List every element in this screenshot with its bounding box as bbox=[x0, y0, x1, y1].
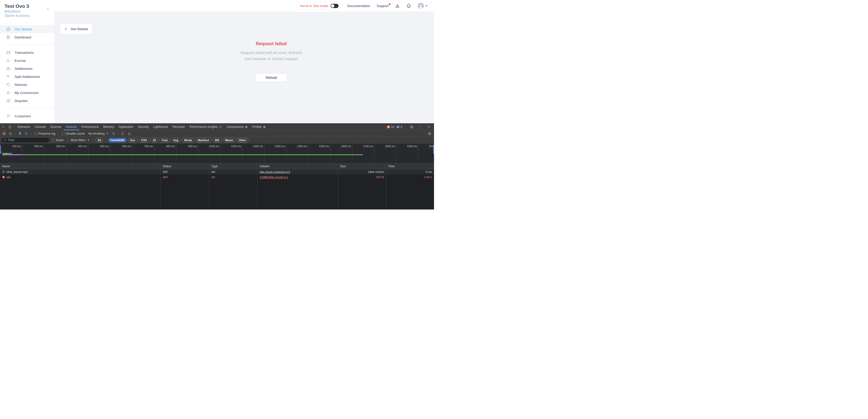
request-initiator-cell[interactable]: 2.fd8b184e.chunk.js:1 bbox=[257, 174, 338, 180]
tab-label: Elements bbox=[18, 125, 30, 129]
tab-sources[interactable]: Sources bbox=[48, 124, 64, 130]
request-name-cell[interactable]: qtb bbox=[0, 174, 160, 180]
documentation-link[interactable]: Documentation bbox=[347, 4, 370, 8]
back-button[interactable]: Get Started bbox=[60, 24, 92, 34]
account-switcher[interactable]: Test Ovo 3 MX230211 Starter business bbox=[0, 0, 54, 18]
search-icon[interactable] bbox=[23, 131, 29, 137]
more-filters-dropdown[interactable]: More filters bbox=[71, 139, 89, 142]
timeline-tick-label: 700 ms bbox=[135, 145, 153, 148]
tab-label: Components bbox=[226, 125, 244, 129]
invert-checkbox[interactable]: Invert bbox=[52, 139, 64, 142]
sidebar-item-settlements[interactable]: Settlements bbox=[0, 65, 54, 72]
more-options-icon[interactable] bbox=[417, 124, 424, 130]
column-header-type[interactable]: Type bbox=[209, 163, 257, 169]
preserve-log-checkbox[interactable]: Preserve log bbox=[34, 132, 55, 136]
overview-left-handle[interactable] bbox=[0, 145, 1, 154]
filter-icon[interactable] bbox=[17, 131, 23, 137]
request-name-cell[interactable]: chat_sound.mp3 bbox=[0, 169, 160, 174]
network-conditions-icon[interactable] bbox=[110, 131, 116, 137]
clear-network-log-icon[interactable] bbox=[7, 131, 13, 137]
filter-pill-font[interactable]: Font bbox=[159, 138, 170, 143]
filter-pill-fetch-xhr[interactable]: Fetch/XHR bbox=[108, 138, 127, 143]
request-size-cell[interactable]: (disk cache) bbox=[338, 169, 386, 174]
overview-right-handle[interactable] bbox=[433, 145, 434, 154]
device-toolbar-icon[interactable] bbox=[6, 124, 13, 130]
sidebar-item-customers[interactable]: Customers bbox=[0, 112, 54, 120]
network-settings-gear-icon[interactable] bbox=[427, 131, 433, 137]
table-row[interactable]: chat_sound.mp3200xhrtwk-chunk-common.js:… bbox=[0, 169, 434, 174]
disable-cache-checkbox[interactable]: Disable cache bbox=[62, 132, 85, 136]
sidebar-item-my-commission[interactable]: My Commission bbox=[0, 89, 54, 97]
filter-pill-js[interactable]: JS bbox=[150, 138, 158, 143]
waterfall-bar bbox=[2, 154, 4, 155]
inspect-element-icon[interactable] bbox=[0, 124, 6, 130]
column-header-size[interactable]: Size bbox=[338, 163, 386, 169]
request-time-cell[interactable]: 6 ms bbox=[386, 169, 434, 174]
close-devtools-icon[interactable] bbox=[426, 124, 432, 130]
sidebar-item-dashboard[interactable]: Dashboard bbox=[0, 33, 54, 41]
tab-performance-insights[interactable]: Performance insights bbox=[187, 124, 224, 130]
throttling-dropdown[interactable]: No throttling bbox=[88, 132, 108, 136]
request-size-cell[interactable]: 937 B bbox=[338, 174, 386, 180]
network-toolbar: Preserve log Disable cache No throttling bbox=[0, 130, 434, 137]
sidebar-item-transactions[interactable]: Transactions bbox=[0, 49, 54, 57]
filter-pill-wasm[interactable]: Wasm bbox=[223, 138, 235, 143]
console-issues-badge[interactable]: 2 bbox=[396, 125, 402, 129]
import-har-icon[interactable] bbox=[120, 131, 126, 137]
sidebar-item-get-started[interactable]: Get Started bbox=[0, 25, 54, 33]
tab-profiler[interactable]: Profiler bbox=[250, 124, 268, 130]
request-time-cell[interactable]: 1.63 s bbox=[386, 174, 434, 180]
filter-input[interactable] bbox=[8, 139, 46, 142]
tab-label: Performance insights bbox=[189, 125, 218, 129]
sidebar-item-disputes[interactable]: Disputes bbox=[0, 97, 54, 105]
tab-memory[interactable]: Memory bbox=[101, 124, 116, 130]
request-status-cell[interactable]: 404 bbox=[160, 174, 209, 180]
notifications-bell-icon[interactable] bbox=[406, 3, 411, 8]
column-header-name[interactable]: Name bbox=[0, 163, 160, 169]
table-row[interactable]: qtb404xhr2.fd8b184e.chunk.js:1937 B1.63 … bbox=[0, 174, 434, 180]
tab-performance[interactable]: Performance bbox=[79, 124, 101, 130]
chevron-down-icon[interactable] bbox=[46, 7, 50, 12]
filter-pill-manifest[interactable]: Manifest bbox=[196, 138, 212, 143]
request-status-cell[interactable]: 200 bbox=[160, 169, 209, 174]
tab-elements[interactable]: Elements bbox=[15, 124, 32, 130]
request-type-cell[interactable]: xhr bbox=[209, 174, 257, 180]
tab-recorder[interactable]: Recorder bbox=[170, 124, 187, 130]
filter-pill-media[interactable]: Media bbox=[182, 138, 194, 143]
column-header-initiator[interactable]: Initiator bbox=[257, 163, 338, 169]
filter-pill-ws[interactable]: WS bbox=[213, 138, 221, 143]
column-header-time[interactable]: Time bbox=[386, 163, 434, 169]
merchant-id[interactable]: MX230211 bbox=[4, 9, 50, 13]
console-errors-badge[interactable]: ✕ 12 bbox=[387, 125, 394, 129]
sidebar-item-refunds[interactable]: Refunds bbox=[0, 81, 54, 89]
filter-pill-all[interactable]: All bbox=[95, 138, 103, 143]
filter-pill-img[interactable]: Img bbox=[171, 138, 181, 143]
tab-console[interactable]: Console bbox=[32, 124, 48, 130]
initiator-link[interactable]: 2.fd8b184e.chunk.js:1 bbox=[260, 176, 288, 179]
devtools-settings-gear-icon[interactable] bbox=[408, 124, 415, 130]
column-header-status[interactable]: Status bbox=[160, 163, 209, 169]
request-initiator-cell[interactable]: twk-chunk-common.js:2 bbox=[257, 169, 338, 174]
network-overview-timeline[interactable]: 100 ms200 ms300 ms400 ms500 ms600 ms700 … bbox=[0, 144, 434, 163]
tab-application[interactable]: Application bbox=[116, 124, 135, 130]
record-network-log-icon[interactable] bbox=[1, 131, 7, 137]
reload-button[interactable]: Reload bbox=[255, 73, 287, 82]
account-menu[interactable] bbox=[418, 3, 428, 9]
tab-network[interactable]: Network bbox=[64, 124, 79, 130]
initiator-link[interactable]: twk-chunk-common.js:2 bbox=[260, 170, 290, 173]
download-icon[interactable] bbox=[395, 3, 400, 8]
export-har-icon[interactable] bbox=[126, 131, 132, 137]
tab-components[interactable]: Components bbox=[224, 124, 250, 130]
support-notification-dot bbox=[389, 3, 391, 5]
tab-security[interactable]: Security bbox=[135, 124, 151, 130]
filter-pill-other[interactable]: Other bbox=[237, 138, 248, 143]
filter-pill-doc[interactable]: Doc bbox=[128, 138, 137, 143]
test-mode-toggle[interactable] bbox=[331, 4, 339, 8]
support-link[interactable]: Support bbox=[377, 4, 389, 8]
filter-pill-css[interactable]: CSS bbox=[139, 138, 149, 143]
sidebar-item-escrow[interactable]: Escrow bbox=[0, 57, 54, 65]
request-type-cell[interactable]: xhr bbox=[209, 169, 257, 174]
tab-lighthouse[interactable]: Lighthouse bbox=[151, 124, 170, 130]
sidebar-item-split-settlements[interactable]: Split-Settlements bbox=[0, 72, 54, 81]
top-header: You're in Test mode Documentation Suppor… bbox=[54, 0, 434, 11]
